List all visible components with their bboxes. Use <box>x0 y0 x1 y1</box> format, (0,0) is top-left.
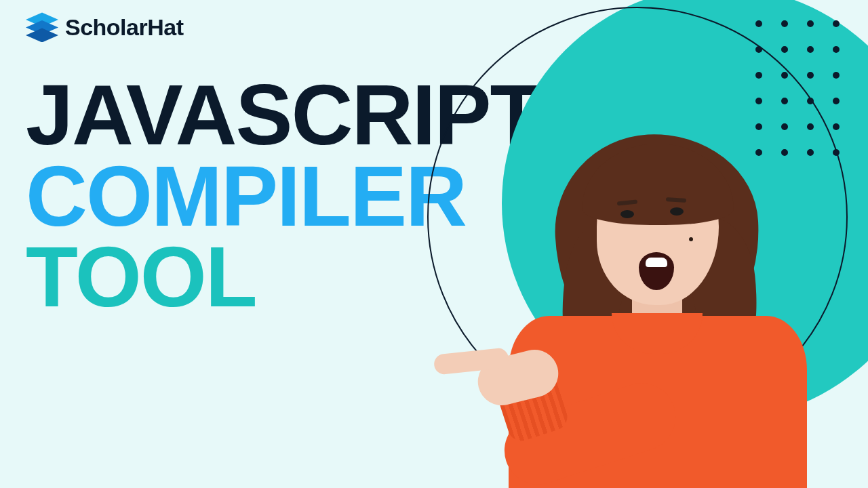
dot-grid-pattern <box>755 20 841 157</box>
headline-line-3: Tool <box>26 237 540 318</box>
teal-disc-shape <box>502 0 868 420</box>
brand-logo: ScholarHat <box>26 12 184 42</box>
headline: Javascript Compiler Tool <box>26 75 540 318</box>
headline-line-1: Javascript <box>26 75 540 156</box>
headline-line-2: Compiler <box>26 156 540 237</box>
svg-marker-2 <box>26 28 58 42</box>
brand-mark-icon <box>26 12 58 42</box>
brand-name: ScholarHat <box>65 14 184 41</box>
